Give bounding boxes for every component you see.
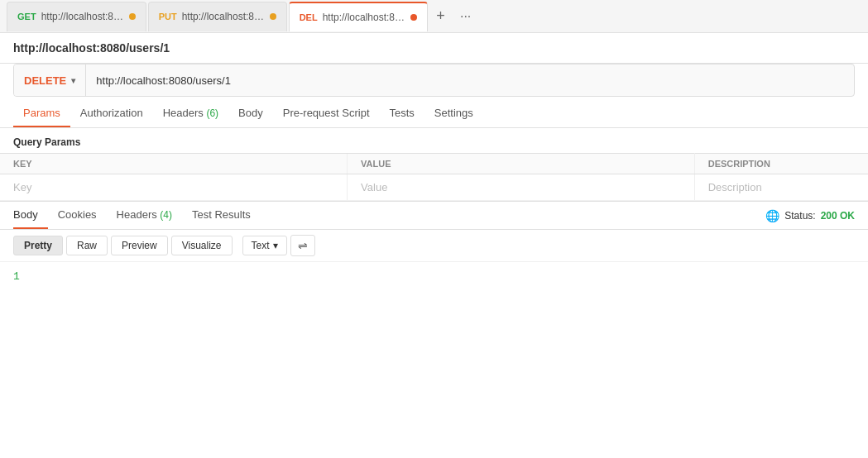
add-tab-button[interactable]: + [429, 5, 453, 28]
text-format-dropdown[interactable]: Text ▾ [242, 236, 287, 255]
tab-prerequest-label: Pre-request Script [283, 107, 370, 119]
status-label: Status: [784, 210, 815, 222]
format-pretty-button[interactable]: Pretty [13, 236, 63, 255]
headers-badge: (6) [206, 107, 218, 119]
request-bar: DELETE ▾ [13, 64, 855, 97]
method-dropdown[interactable]: DELETE ▾ [14, 64, 86, 96]
table-row: Key Value Description [0, 174, 868, 201]
url-title: http://localhost:8080/users/1 [13, 41, 170, 55]
tab-authorization[interactable]: Authorization [70, 100, 153, 127]
tab-get-url: http://localhost:80... [41, 11, 124, 22]
method-label: DELETE [24, 74, 66, 87]
resp-tab-test-results-label: Test Results [192, 208, 251, 221]
key-placeholder: Key [13, 181, 31, 193]
value-placeholder: Value [361, 181, 387, 193]
resp-tab-headers-label: Headers (4) [117, 208, 172, 221]
chevron-icon: ▾ [71, 76, 75, 85]
wrap-icon: ⇌ [298, 239, 308, 252]
tab-get[interactable]: GET http://localhost:80... [7, 2, 146, 31]
tab-del-dot [410, 14, 417, 21]
key-cell[interactable]: Key [0, 174, 348, 201]
resp-tab-body[interactable]: Body [13, 202, 48, 229]
col-header-value: VALUE [348, 154, 695, 174]
col-header-key: KEY [0, 154, 348, 174]
tab-authorization-label: Authorization [80, 107, 143, 119]
format-bar: Pretty Raw Preview Visualize Text ▾ ⇌ [0, 230, 868, 262]
format-raw-button[interactable]: Raw [66, 236, 108, 255]
text-format-chevron: ▾ [273, 240, 278, 251]
resp-tab-headers[interactable]: Headers (4) [117, 202, 182, 229]
tab-get-dot [129, 13, 136, 20]
resp-headers-badge: (4) [160, 209, 172, 221]
response-tabs-row: Body Cookies Headers (4) Test Results 🌐 … [0, 202, 868, 230]
main-layout: http://localhost:8080/users/1 DELETE ▾ P… [0, 33, 868, 458]
url-input[interactable] [86, 64, 854, 96]
params-table: KEY VALUE DESCRIPTION Key Value Descript… [0, 153, 868, 201]
description-placeholder: Description [708, 181, 762, 193]
tab-settings[interactable]: Settings [424, 100, 483, 127]
tab-del-url: http://localhost:80... [323, 12, 405, 23]
resp-tab-cookies[interactable]: Cookies [58, 202, 107, 229]
tab-body[interactable]: Body [228, 100, 273, 127]
tab-headers-label: Headers (6) [163, 107, 218, 119]
tab-put-url: http://localhost:80... [182, 11, 265, 22]
tab-bar: GET http://localhost:80... PUT http://lo… [0, 0, 868, 33]
value-cell[interactable]: Value [348, 174, 695, 201]
resp-tab-test-results[interactable]: Test Results [192, 202, 261, 229]
globe-icon: 🌐 [765, 209, 779, 222]
tab-prerequest[interactable]: Pre-request Script [273, 100, 380, 127]
line-number-1: 1 [13, 270, 20, 283]
resp-tab-body-label: Body [13, 208, 38, 221]
tab-put-dot [270, 13, 276, 20]
tab-put-method: PUT [159, 12, 177, 21]
wrap-button[interactable]: ⇌ [290, 235, 315, 256]
query-params-label: Query Params [0, 128, 868, 153]
code-area: 1 [0, 262, 868, 291]
format-preview-button[interactable]: Preview [111, 236, 168, 255]
tab-del-method: DEL [300, 12, 318, 22]
tab-del[interactable]: DEL http://localhost:80... [289, 2, 428, 31]
tab-params-label: Params [23, 107, 60, 119]
tab-get-method: GET [17, 12, 36, 21]
tab-settings-label: Settings [434, 107, 473, 119]
more-tabs-button[interactable]: ··· [454, 5, 477, 28]
tab-tests-label: Tests [390, 107, 415, 119]
tab-body-label: Body [238, 107, 263, 119]
response-section: Body Cookies Headers (4) Test Results 🌐 … [0, 201, 868, 458]
description-cell[interactable]: Description [694, 174, 868, 201]
tab-put[interactable]: PUT http://localhost:80... [148, 2, 287, 31]
top-section: http://localhost:8080/users/1 DELETE ▾ P… [0, 33, 868, 201]
status-section: 🌐 Status: 200 OK [765, 209, 855, 222]
status-value: 200 OK [821, 210, 855, 222]
format-visualize-button[interactable]: Visualize [171, 236, 233, 255]
text-format-label: Text [252, 240, 270, 251]
query-params-title: Query Params [13, 136, 80, 148]
resp-tab-cookies-label: Cookies [58, 208, 97, 221]
url-title-section: http://localhost:8080/users/1 [0, 33, 868, 64]
tab-tests[interactable]: Tests [380, 100, 424, 127]
tab-headers[interactable]: Headers (6) [153, 100, 228, 127]
request-tabs: Params Authorization Headers (6) Body Pr… [0, 100, 868, 128]
tab-params[interactable]: Params [13, 100, 70, 127]
col-header-description: DESCRIPTION [694, 154, 868, 174]
